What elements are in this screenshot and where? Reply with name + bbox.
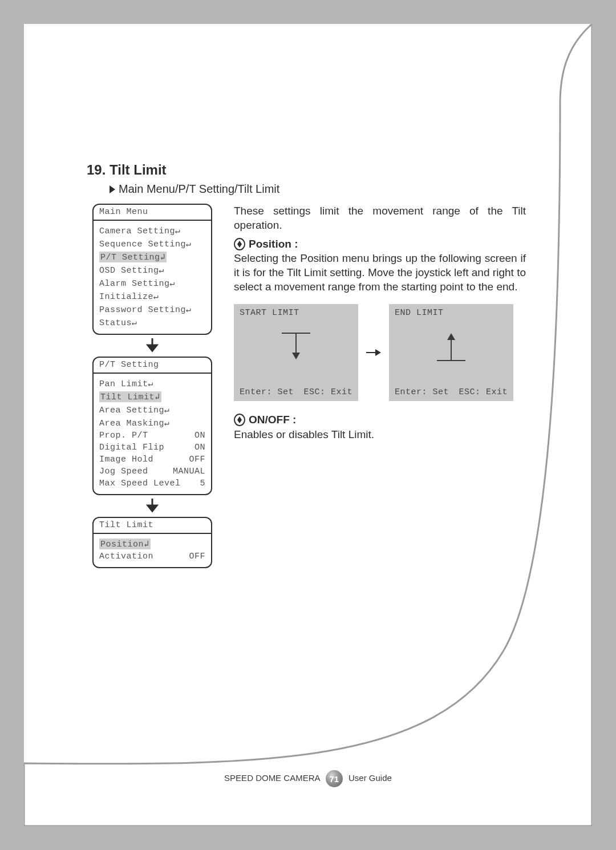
limit-panels: START LIMIT Enter: Set ESC: Exit bbox=[234, 304, 526, 401]
osd-row: P/T Setting↲ bbox=[99, 250, 205, 264]
start-limit-enter: Enter: Set bbox=[240, 387, 294, 398]
footer-right: User Guide bbox=[348, 773, 392, 783]
position-text: Selecting the Position menu brings up th… bbox=[234, 251, 526, 294]
breadcrumb-arrow-icon bbox=[110, 185, 115, 193]
osd-main-title: Main Menu bbox=[94, 205, 211, 221]
down-arrow-icon bbox=[146, 338, 159, 353]
page-number: 71 bbox=[326, 770, 343, 787]
osd-row: Jog SpeedMANUAL bbox=[99, 466, 205, 477]
end-limit-esc: ESC: Exit bbox=[459, 387, 508, 398]
osd-row: Position↲ bbox=[99, 537, 205, 551]
intro-text: These settings limit the movement range … bbox=[234, 204, 526, 232]
section-title: 19. Tilt Limit bbox=[87, 162, 526, 178]
start-limit-panel: START LIMIT Enter: Set ESC: Exit bbox=[234, 304, 358, 401]
end-limit-enter: Enter: Set bbox=[395, 387, 449, 398]
breadcrumb-text: Main Menu/P/T Setting/Tilt Limit bbox=[119, 183, 279, 196]
osd-row: Tilt Limit↲ bbox=[99, 390, 205, 403]
osd-row: ActivationOFF bbox=[99, 551, 205, 562]
end-limit-title: END LIMIT bbox=[389, 304, 513, 322]
start-limit-esc: ESC: Exit bbox=[303, 387, 352, 398]
right-arrow-icon bbox=[366, 347, 381, 358]
description-column: These settings limit the movement range … bbox=[234, 204, 526, 446]
osd-tilt-limit: Tilt Limit Position↲ActivationOFF bbox=[92, 517, 212, 568]
osd-row: Pan Limit↵ bbox=[99, 377, 205, 390]
start-limit-title: START LIMIT bbox=[234, 304, 358, 322]
onoff-label-text: ON/OFF : bbox=[249, 412, 296, 427]
position-label: Position : bbox=[234, 237, 526, 251]
osd-row: Status↵ bbox=[99, 316, 205, 329]
osd-row: Area Setting↵ bbox=[99, 403, 205, 416]
down-direction-icon bbox=[276, 330, 316, 364]
breadcrumb: Main Menu/P/T Setting/Tilt Limit bbox=[110, 183, 526, 196]
osd-main-menu: Main Menu Camera Setting↵Sequence Settin… bbox=[92, 204, 212, 335]
osd-row: Digital FlipON bbox=[99, 442, 205, 454]
footer-left: SPEED DOME CAMERA bbox=[224, 773, 320, 783]
end-limit-panel: END LIMIT Enter: Set ESC: Exit bbox=[389, 304, 513, 401]
osd-pt-setting: P/T Setting Pan Limit↵Tilt Limit↲Area Se… bbox=[92, 357, 212, 495]
updown-icon bbox=[234, 238, 245, 250]
osd-column: Main Menu Camera Setting↵Sequence Settin… bbox=[87, 204, 218, 568]
updown-icon bbox=[234, 414, 245, 426]
osd-row: OSD Setting↵ bbox=[99, 264, 205, 277]
onoff-label: ON/OFF : bbox=[234, 412, 526, 427]
osd-row: Area Masking↵ bbox=[99, 416, 205, 430]
osd-row: Image HoldOFF bbox=[99, 454, 205, 466]
osd-row: Sequence Setting↵ bbox=[99, 237, 205, 250]
osd-row: Prop. P/TON bbox=[99, 430, 205, 442]
osd-row: Initialize↵ bbox=[99, 290, 205, 303]
position-label-text: Position : bbox=[249, 237, 298, 251]
up-direction-icon bbox=[431, 330, 471, 364]
osd-row: Alarm Setting↵ bbox=[99, 277, 205, 290]
osd-row: Password Setting↵ bbox=[99, 303, 205, 316]
page-footer: SPEED DOME CAMERA 71 User Guide bbox=[24, 770, 592, 787]
osd-row: Camera Setting↵ bbox=[99, 224, 205, 237]
osd-pt-title: P/T Setting bbox=[94, 358, 211, 374]
osd-row: Max Speed Level5 bbox=[99, 477, 205, 489]
onoff-text: Enables or disables Tilt Limit. bbox=[234, 427, 526, 442]
osd-tilt-title: Tilt Limit bbox=[94, 518, 211, 534]
down-arrow-icon bbox=[146, 499, 159, 513]
